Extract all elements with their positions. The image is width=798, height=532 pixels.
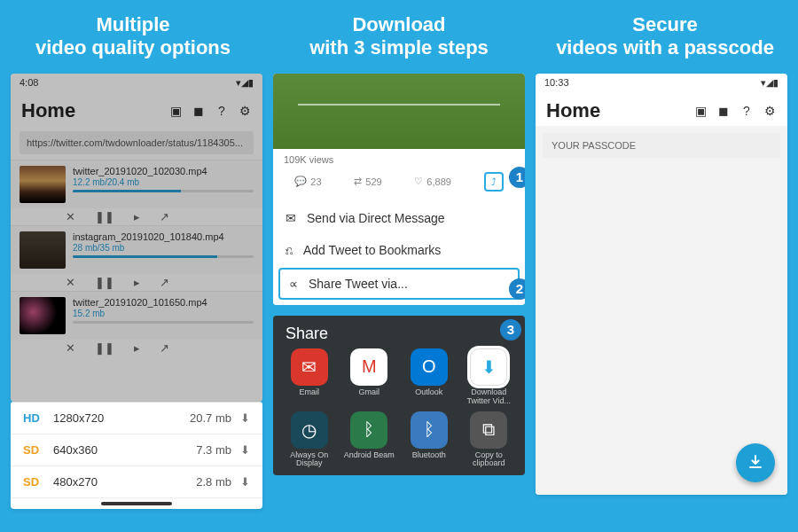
quality-badge: SD xyxy=(23,443,53,457)
pause-icon[interactable]: ❚❚ xyxy=(95,276,114,289)
app-label: Outlook xyxy=(415,388,442,397)
thumbnail xyxy=(20,166,66,203)
cancel-icon[interactable]: ✕ xyxy=(66,341,75,355)
download-item[interactable]: twitter_20191020_101650.mp4 15.2 mb xyxy=(11,291,262,340)
dtv-icon: ⬇ xyxy=(470,348,507,386)
help-icon[interactable]: ? xyxy=(215,104,229,118)
passcode-input[interactable]: YOUR PASSCODE xyxy=(543,133,780,158)
file-size: 20.7 mb xyxy=(190,411,231,425)
share-icon[interactable]: ↗ xyxy=(160,276,169,289)
step-badge-3: 3 xyxy=(500,319,521,340)
page-title: Home xyxy=(546,99,600,122)
menu-share-via[interactable]: ∝Share Tweet via... xyxy=(278,268,520,300)
file-size: 12.2 mb/20.4 mb xyxy=(73,177,254,187)
status-bar: 10:33 ▾◢▮ xyxy=(536,74,787,92)
download-controls: ✕ ❚❚ ▸ ↗ xyxy=(20,208,254,225)
quality-option[interactable]: SD 640x360 7.3 mb ⬇ xyxy=(11,434,262,466)
gear-icon[interactable]: ⚙ xyxy=(763,104,777,118)
share-app-aod[interactable]: ◷ Always On Display xyxy=(282,411,337,469)
video-thumbnail[interactable] xyxy=(273,74,525,149)
retweet-action[interactable]: ⇄ 529 xyxy=(354,172,381,192)
menu-bookmark[interactable]: ⎌Add Tweet to Bookmarks xyxy=(273,234,525,266)
quality-option[interactable]: HD 1280x720 20.7 mb ⬇ xyxy=(11,403,262,434)
status-icons: ▾◢▮ xyxy=(761,77,778,89)
outlook-icon: O xyxy=(411,348,448,386)
gmail-icon: M xyxy=(350,348,387,386)
url-input[interactable]: https://twitter.com/twdownloader/status/… xyxy=(20,131,254,154)
clock: 10:33 xyxy=(544,77,569,88)
share-app-clip[interactable]: ⧉ Copy to clipboard xyxy=(462,411,517,469)
download-icon[interactable]: ⬇ xyxy=(240,443,250,457)
download-icon[interactable]: ⬇ xyxy=(240,411,250,425)
status-bar: 4:08 ▾◢▮ xyxy=(11,74,262,92)
download-icon[interactable]: ⬇ xyxy=(240,475,250,489)
share-app-ab[interactable]: ᛒ Android Beam xyxy=(342,411,397,469)
file-size: 2.8 mb xyxy=(196,475,231,489)
status-icons: ▾◢▮ xyxy=(236,77,254,89)
quality-badge: SD xyxy=(23,475,53,489)
step-badge-2: 2 xyxy=(509,278,525,300)
file-name: twitter_20191020_102030.mp4 xyxy=(73,166,254,176)
resolution: 480x270 xyxy=(53,475,196,489)
file-size: 15.2 mb xyxy=(73,309,254,318)
share-app-gmail[interactable]: M Gmail xyxy=(342,348,397,406)
share-app-dtv[interactable]: ⬇ Download Twitter Vid... xyxy=(462,348,517,406)
cancel-icon[interactable]: ✕ xyxy=(66,276,75,289)
share-app-bt[interactable]: ᛒ Bluetooth xyxy=(402,411,457,469)
screen-quality: 4:08 ▾◢▮ Home ▣ ◼ ? ⚙ https://twitter.co… xyxy=(11,74,262,402)
download-controls: ✕ ❚❚ ▸ ↗ xyxy=(20,274,254,291)
download-item[interactable]: twitter_20191020_102030.mp4 12.2 mb/20.4… xyxy=(11,160,262,208)
file-name: twitter_20191020_101650.mp4 xyxy=(73,297,254,308)
quality-sheet: HD 1280x720 20.7 mb ⬇ SD 640x360 7.3 mb … xyxy=(11,402,262,498)
pause-icon[interactable]: ❚❚ xyxy=(95,210,114,223)
file-name: instagram_20191020_101840.mp4 xyxy=(73,231,254,242)
share-icon: ∝ xyxy=(289,277,298,291)
tweet-card: 109K views 💬 23 ⇄ 529 ♡ 6,889 ⤴ 1 ✉Send … xyxy=(273,74,525,305)
clock: 4:08 xyxy=(20,77,38,88)
app-label: Bluetooth xyxy=(412,451,446,460)
file-size: 28 mb/35 mb xyxy=(73,243,254,253)
bookmark-icon[interactable]: ◼ xyxy=(716,104,731,118)
play-icon[interactable]: ▸ xyxy=(134,276,140,289)
resolution: 1280x720 xyxy=(53,411,190,425)
quality-option[interactable]: SD 480x270 2.8 mb ⬇ xyxy=(11,466,262,498)
app-label: Gmail xyxy=(358,388,379,397)
library-icon[interactable]: ▣ xyxy=(693,104,708,118)
download-fab[interactable] xyxy=(736,443,775,482)
share-app-outlook[interactable]: O Outlook xyxy=(402,348,457,406)
library-icon[interactable]: ▣ xyxy=(168,104,183,118)
share-icon[interactable]: ↗ xyxy=(160,341,169,355)
bt-icon: ᛒ xyxy=(411,411,448,449)
play-icon[interactable]: ▸ xyxy=(134,341,140,355)
share-action[interactable]: ⤴ xyxy=(484,172,504,192)
share-icon[interactable]: ↗ xyxy=(160,210,169,223)
download-item[interactable]: instagram_20191020_101840.mp4 28 mb/35 m… xyxy=(11,225,262,274)
gear-icon[interactable]: ⚙ xyxy=(238,104,252,118)
menu-dm[interactable]: ✉Send via Direct Message xyxy=(273,202,525,234)
comment-action[interactable]: 💬 23 xyxy=(294,172,321,192)
bookmark-icon[interactable]: ◼ xyxy=(192,104,206,118)
share-sheet: 3 Share ✉ Email M Gmail O Outlook ⬇ Down… xyxy=(273,316,525,476)
app-label: Email xyxy=(299,388,319,397)
download-controls: ✕ ❚❚ ▸ ↗ xyxy=(20,340,254,356)
cancel-icon[interactable]: ✕ xyxy=(66,210,75,223)
app-label: Always On Display xyxy=(283,451,336,469)
ab-icon: ᛒ xyxy=(350,411,387,449)
file-size: 7.3 mb xyxy=(196,443,231,457)
header-quality: Multiplevideo quality options xyxy=(0,9,266,65)
app-label: Copy to clipboard xyxy=(462,451,515,469)
help-icon[interactable]: ? xyxy=(739,104,754,118)
thumbnail xyxy=(20,231,66,269)
pause-icon[interactable]: ❚❚ xyxy=(95,341,114,355)
like-action[interactable]: ♡ 6,889 xyxy=(414,172,451,192)
quality-badge: HD xyxy=(23,411,53,425)
play-icon[interactable]: ▸ xyxy=(134,210,140,223)
thumbnail xyxy=(20,297,66,334)
view-count: 109K views xyxy=(273,149,525,168)
bookmark-icon: ⎌ xyxy=(286,243,293,257)
nav-handle xyxy=(101,502,172,505)
app-label: Download Twitter Vid... xyxy=(462,388,515,406)
share-app-email[interactable]: ✉ Email xyxy=(282,348,337,406)
email-icon: ✉ xyxy=(291,348,328,386)
header-download: Downloadwith 3 simple steps xyxy=(266,9,532,65)
